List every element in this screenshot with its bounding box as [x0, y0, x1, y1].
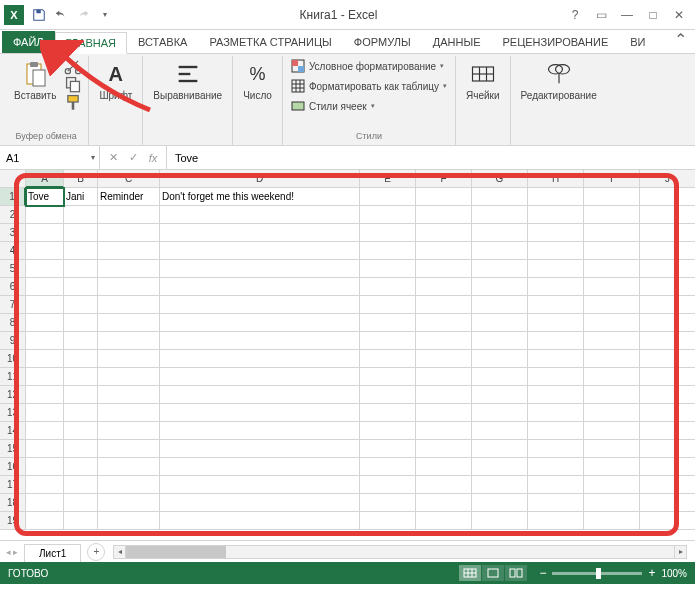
cell[interactable] — [64, 512, 98, 530]
conditional-formatting-button[interactable]: Условное форматирование ▾ — [289, 58, 449, 74]
cell[interactable] — [360, 422, 416, 440]
cell[interactable] — [416, 278, 472, 296]
tab-review[interactable]: РЕЦЕНЗИРОВАНИЕ — [491, 31, 619, 53]
cell[interactable] — [472, 206, 528, 224]
cell[interactable]: Don't forget me this weekend! — [160, 188, 360, 206]
row-header[interactable]: 2 — [0, 206, 26, 224]
number-button[interactable]: % Число — [239, 58, 276, 103]
fx-icon[interactable]: fx — [144, 149, 162, 167]
cell[interactable] — [64, 350, 98, 368]
cell[interactable] — [640, 368, 695, 386]
cell[interactable] — [360, 206, 416, 224]
cell[interactable] — [528, 188, 584, 206]
cell[interactable] — [640, 278, 695, 296]
row-header[interactable]: 19 — [0, 512, 26, 530]
sheet-nav-next-icon[interactable]: ▸ — [13, 547, 18, 557]
cell[interactable] — [98, 224, 160, 242]
cell[interactable] — [26, 332, 64, 350]
cell[interactable] — [160, 494, 360, 512]
cell[interactable] — [64, 332, 98, 350]
cell[interactable] — [360, 260, 416, 278]
cell[interactable] — [360, 314, 416, 332]
cell[interactable] — [26, 206, 64, 224]
cell[interactable] — [360, 278, 416, 296]
cell[interactable] — [584, 260, 640, 278]
cell[interactable]: Jani — [64, 188, 98, 206]
cell[interactable] — [640, 350, 695, 368]
cell[interactable] — [360, 404, 416, 422]
column-header[interactable]: B — [64, 170, 98, 188]
cell[interactable] — [160, 332, 360, 350]
cell[interactable] — [64, 404, 98, 422]
cell[interactable] — [160, 206, 360, 224]
cell[interactable] — [416, 404, 472, 422]
cell[interactable] — [26, 440, 64, 458]
cell[interactable] — [472, 422, 528, 440]
cell[interactable] — [26, 458, 64, 476]
scroll-left-icon[interactable]: ◂ — [114, 546, 126, 558]
cell[interactable] — [528, 422, 584, 440]
cell[interactable] — [26, 314, 64, 332]
cell[interactable] — [416, 386, 472, 404]
cell[interactable] — [640, 494, 695, 512]
zoom-slider-handle[interactable] — [596, 568, 601, 579]
zoom-slider[interactable] — [552, 572, 642, 575]
enter-icon[interactable]: ✓ — [124, 149, 142, 167]
cell[interactable] — [98, 296, 160, 314]
cell[interactable] — [360, 296, 416, 314]
chevron-down-icon[interactable]: ▾ — [91, 153, 95, 162]
add-sheet-button[interactable]: + — [87, 543, 105, 561]
cell[interactable] — [584, 422, 640, 440]
cell[interactable] — [416, 350, 472, 368]
cell[interactable] — [472, 386, 528, 404]
cell[interactable] — [416, 296, 472, 314]
cell[interactable] — [472, 188, 528, 206]
cell[interactable] — [528, 296, 584, 314]
cell[interactable] — [416, 422, 472, 440]
cell[interactable] — [416, 332, 472, 350]
cell[interactable] — [584, 404, 640, 422]
cell[interactable] — [160, 224, 360, 242]
cell[interactable]: Tove — [26, 188, 64, 206]
column-header[interactable]: C — [98, 170, 160, 188]
cell[interactable] — [528, 350, 584, 368]
close-button[interactable]: ✕ — [667, 5, 691, 25]
tab-insert[interactable]: ВСТАВКА — [127, 31, 198, 53]
cell[interactable] — [64, 224, 98, 242]
cell[interactable] — [360, 242, 416, 260]
cell[interactable] — [160, 404, 360, 422]
cell[interactable] — [640, 242, 695, 260]
cell[interactable] — [584, 386, 640, 404]
cell[interactable] — [160, 476, 360, 494]
cell[interactable] — [416, 188, 472, 206]
cell[interactable] — [160, 296, 360, 314]
cell[interactable] — [160, 386, 360, 404]
cell[interactable] — [26, 476, 64, 494]
cell[interactable] — [160, 278, 360, 296]
cell[interactable] — [360, 386, 416, 404]
cell[interactable] — [472, 242, 528, 260]
cell[interactable] — [640, 188, 695, 206]
row-header[interactable]: 4 — [0, 242, 26, 260]
cell[interactable] — [26, 512, 64, 530]
cell[interactable] — [26, 494, 64, 512]
cell[interactable] — [98, 314, 160, 332]
cell[interactable] — [160, 242, 360, 260]
page-break-view-icon[interactable] — [505, 565, 527, 581]
row-header[interactable]: 12 — [0, 386, 26, 404]
cell[interactable] — [416, 512, 472, 530]
cell[interactable] — [416, 476, 472, 494]
cut-icon[interactable] — [64, 58, 82, 74]
cell[interactable] — [640, 260, 695, 278]
cell[interactable] — [584, 296, 640, 314]
cell[interactable] — [584, 188, 640, 206]
cell[interactable] — [98, 350, 160, 368]
cell[interactable] — [584, 494, 640, 512]
row-header[interactable]: 1 — [0, 188, 26, 206]
cell[interactable] — [528, 260, 584, 278]
cell[interactable] — [584, 314, 640, 332]
cell[interactable] — [416, 314, 472, 332]
cell[interactable] — [360, 224, 416, 242]
cell[interactable] — [98, 332, 160, 350]
cell[interactable] — [64, 260, 98, 278]
